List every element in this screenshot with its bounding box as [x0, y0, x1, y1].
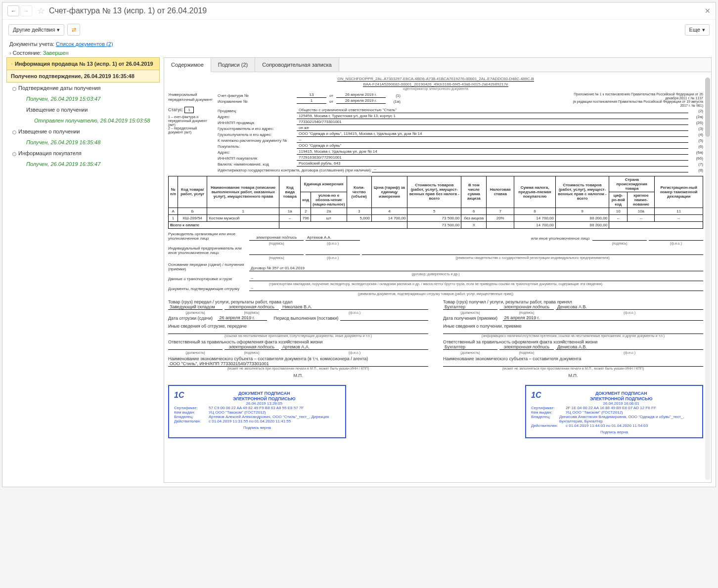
upd-title: Универсальный передаточный документ [168, 92, 213, 102]
status-note: 1 – счет-фактура и передаточный документ… [168, 115, 213, 134]
tree-item[interactable]: Извещение о получении [6, 104, 160, 115]
tree-header[interactable]: ◦ Информация продавца № 13 (испр. 1) от … [6, 57, 160, 70]
structure-button[interactable]: ⇄ [67, 24, 80, 36]
expand-icon[interactable]: › [9, 50, 11, 56]
content-panel: Содержимое Подписи (2) Сопроводительная … [164, 57, 712, 483]
doc-id-label: идентификатор электронного документа [168, 87, 703, 90]
scrollbar[interactable] [705, 78, 710, 480]
close-button[interactable]: ✕ [705, 7, 711, 15]
state-value: Завершен [43, 50, 69, 56]
collapse-icon: ◦ [11, 61, 13, 67]
document-view: ON_NSCHFDOPPR_2AL-A7303297-E6CA-4BD6-A73… [164, 72, 711, 482]
hierarchy-icon: ⇄ [72, 27, 76, 33]
favorite-icon[interactable]: ☆ [37, 5, 45, 16]
tree-item[interactable]: Информация покупателя [6, 148, 160, 159]
tree-confirm: Получено подтверждение, 26.04.2019 16:35… [6, 70, 160, 83]
back-button[interactable]: ← [7, 5, 19, 16]
state-label: Состояние: [13, 50, 42, 56]
chevron-down-icon: ▾ [57, 27, 60, 33]
window-title: Счет-фактура № 13 (испр. 1) от 26.04.201… [49, 6, 705, 15]
chevron-down-icon: ▾ [702, 27, 705, 33]
tab-content[interactable]: Содержимое [164, 58, 211, 72]
tab-signatures[interactable]: Подписи (2) [211, 58, 255, 72]
docs-label: Документы учета: [9, 41, 54, 47]
tree-status: Получен, 26.04.2019 16:35:48 [6, 137, 160, 148]
tree-status: Отправлен получателю, 26.04.2019 15:03:5… [6, 115, 160, 126]
more-button[interactable]: Еще ▾ [685, 24, 710, 36]
doc-id: ON_NSCHFDOPPR_2AL-A7303297-E6CA-4BD6-A73… [337, 77, 534, 82]
tree-item[interactable]: Извещение о получении [6, 126, 160, 137]
tree-item[interactable]: Подтверждение даты получения [6, 83, 160, 93]
other-actions-button[interactable]: Другие действия ▾ [8, 24, 64, 36]
left-tree-panel: ◦ Информация продавца № 13 (испр. 1) от … [6, 57, 160, 483]
tree-status: Получен, 26.04.2019 16:35:47 [6, 159, 160, 169]
docs-link[interactable]: Список документов (2) [56, 41, 113, 47]
items-table: № п/п Код товара/ работ, услуг Наименова… [168, 176, 703, 229]
signature-stamp: 1CДОКУМЕНТ ПОДПИСАНЭЛЕКТРОННОЙ ПОДПИСЬЮ2… [168, 385, 346, 439]
status-code: 1 [184, 107, 193, 113]
tab-note[interactable]: Сопроводительная записка [255, 58, 339, 72]
tree-status: Получен, 26.04.2019 15:03:47 [6, 93, 160, 104]
signature-stamp: 1CДОКУМЕНТ ПОДПИСАНЭЛЕКТРОННОЙ ПОДПИСЬЮ2… [525, 385, 703, 439]
forward-button[interactable]: → [20, 5, 32, 16]
doc-id: BAA-F241A5260682-00001_20190426_49cb3186… [363, 82, 508, 87]
annex-text: Приложение № 1 к постановлению Правитель… [565, 92, 703, 108]
